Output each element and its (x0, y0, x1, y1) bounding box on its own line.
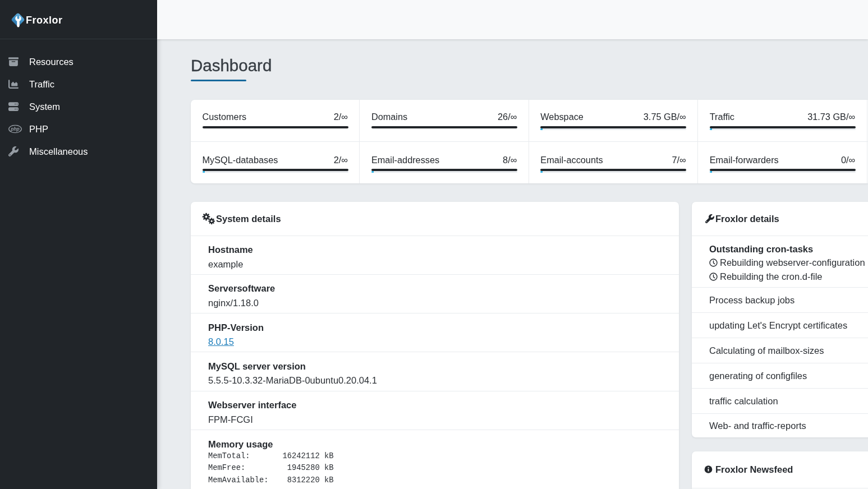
svg-text:php: php (10, 126, 20, 132)
